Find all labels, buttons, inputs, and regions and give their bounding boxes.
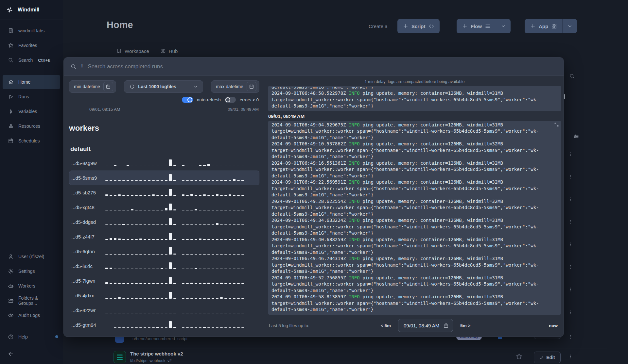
edit-button[interactable]: Edit: [534, 352, 561, 363]
sidebar-item-home[interactable]: Home: [3, 75, 60, 89]
sidebar-item-help[interactable]: Help: [3, 330, 60, 344]
code-icon: [428, 23, 434, 29]
logfiles-label: Last 1000 logfiles: [138, 84, 176, 89]
sidebar-item-label: Variables: [18, 109, 37, 114]
create-app-button[interactable]: App: [525, 19, 577, 33]
log-datetime-picker[interactable]: 09/01, 08:49 AM: [398, 319, 453, 332]
now-button[interactable]: now: [549, 323, 558, 328]
worker-name: ...d5-42zwr: [71, 307, 105, 313]
flow-dropdown-button[interactable]: [496, 19, 511, 33]
item-title[interactable]: The stripe webhook v2: [130, 351, 183, 356]
log-footer: Last 5 log files up to: < 5m 09/01, 08:4…: [268, 315, 561, 337]
search-input[interactable]: [87, 63, 557, 70]
sidebar-item-variables[interactable]: Variables: [3, 104, 60, 119]
log-datetime-value: 09/01, 08:49 AM: [404, 323, 439, 328]
row-menu-button[interactable]: [568, 241, 573, 247]
log-line: default-5sms9-Jmn1G","name":"worker"}: [271, 192, 558, 198]
flow-type-icon: [113, 351, 126, 363]
row-menu-button[interactable]: [568, 334, 573, 340]
search-icon[interactable]: [569, 73, 575, 79]
worker-row[interactable]: ...d5-5sms9: [69, 171, 259, 185]
plus-icon: [530, 23, 536, 29]
logfiles-expand-button[interactable]: [188, 84, 203, 89]
log-footer-label: Last 5 log files up to:: [269, 323, 309, 328]
sidebar-item-schedules[interactable]: Schedules: [3, 134, 60, 148]
sidebar-item-settings[interactable]: Settings: [3, 264, 60, 278]
calendar-button[interactable]: [247, 82, 256, 91]
back-5m-button[interactable]: < 5m: [381, 323, 391, 328]
worker-row[interactable]: ...d5-z44f7: [69, 229, 259, 244]
worker-row[interactable]: ...d5-8sg9w: [69, 156, 259, 171]
log-line: 2024-09-01T06:49:22.569591Z INFO ping up…: [271, 179, 558, 186]
min-datetime-picker[interactable]: min datetime: [69, 80, 116, 93]
log-line: target=windmill_worker::worker span={"ho…: [271, 128, 558, 135]
create-flow-button[interactable]: Flow: [457, 19, 511, 33]
max-datetime-picker[interactable]: max datetime: [211, 80, 259, 93]
worker-activity-sparkline: [105, 305, 256, 316]
windmill-logo-icon: [6, 6, 14, 14]
sidebar-item-label: Folders & Groups...: [18, 295, 55, 306]
sidebar-item-audit-logs[interactable]: Audit Logs: [3, 308, 60, 323]
expand-log-icon[interactable]: [554, 122, 559, 127]
app-name: Windmill: [18, 7, 40, 13]
favorite-star-icon[interactable]: [515, 353, 523, 360]
refresh-icon: [130, 84, 135, 89]
sidebar-item-folders-groups[interactable]: Folders & Groups...: [3, 293, 60, 308]
collapse-sidebar-button[interactable]: [0, 348, 63, 364]
row-menu-button[interactable]: [568, 196, 573, 202]
sidebar-item-search[interactable]: SearchCtrl+k: [3, 53, 60, 67]
worker-activity-sparkline: [105, 246, 256, 257]
row-menu-button[interactable]: [568, 174, 573, 180]
sidebar-item-user-rfiszel[interactable]: User (rfiszel): [3, 249, 60, 264]
row-menu-button[interactable]: [568, 354, 573, 359]
building-icon: [116, 48, 122, 54]
row-menu-button[interactable]: [568, 309, 573, 315]
sidebar-item-workers[interactable]: Workers: [3, 279, 60, 293]
tab-workspace-label: Workspace: [125, 48, 149, 54]
tab-workspace[interactable]: Workspace: [116, 48, 149, 54]
sidebar-item-runs[interactable]: Runs: [3, 90, 60, 104]
worker-row[interactable]: ...d5-l82lc: [69, 259, 259, 273]
worker-name: ...d5-8sg9w: [71, 160, 105, 166]
log-line: 2024-09-01T06:49:46.704319Z INFO ping up…: [271, 256, 558, 262]
worker-row[interactable]: ...d5-7lgwn: [69, 273, 259, 288]
app-logo[interactable]: Windmill: [0, 0, 63, 20]
auto-refresh-toggle[interactable]: [182, 97, 193, 103]
range-start-label: 09/01, 08:15 AM: [89, 107, 120, 112]
log-line: target=windmill_worker::worker span={"ho…: [271, 147, 558, 154]
row-menu-button[interactable]: [568, 287, 573, 292]
row-menu-button[interactable]: [568, 264, 573, 270]
worker-row[interactable]: ...d5-xgt48: [69, 200, 259, 215]
home-tabs: Workspace Hub: [116, 48, 178, 54]
tab-hub[interactable]: Hub: [160, 48, 178, 54]
errors-only-toggle[interactable]: [225, 97, 236, 103]
calendar-icon: [249, 84, 254, 89]
sidebar-item-windmill-labs[interactable]: windmill-labs: [3, 24, 60, 38]
row-menu-button[interactable]: [568, 219, 573, 225]
errors-only-label: errors > 0: [240, 97, 259, 102]
worker-row[interactable]: ...d5-sb275: [69, 185, 259, 200]
layout-grid-icon: [551, 23, 557, 29]
sidebar-item-label: Resources: [18, 124, 40, 129]
log-line: target=windmill_worker::worker span={"ho…: [271, 97, 558, 103]
filter-sliders-icon[interactable]: [573, 133, 579, 140]
app-dropdown-button[interactable]: [562, 19, 577, 33]
worker-activity-sparkline: [105, 276, 256, 286]
log-line: 2024-09-01T06:49:28.622554Z INFO ping up…: [271, 198, 558, 205]
row-menu-button[interactable]: [568, 151, 573, 157]
worker-row[interactable]: ...d5-gtm94: [69, 318, 259, 332]
worker-row[interactable]: ...d5-42zwr: [69, 303, 259, 318]
worker-row[interactable]: ...d5-ddgsd: [69, 215, 259, 229]
create-script-button[interactable]: Script: [397, 19, 440, 33]
worker-row[interactable]: ...d5-4jdxx: [69, 288, 259, 303]
auto-refresh-label: auto-refresh: [197, 97, 221, 102]
calendar-button[interactable]: [103, 82, 113, 91]
sidebar-item-favorites[interactable]: Favorites: [3, 38, 60, 53]
eye-icon: [8, 312, 14, 318]
logfiles-dropdown[interactable]: Last 1000 logfiles: [124, 80, 203, 93]
gear-icon: [8, 268, 14, 274]
sidebar-item-resources[interactable]: Resources: [3, 119, 60, 133]
worker-row[interactable]: ...d5-6qfnn: [69, 244, 259, 259]
worker-name: ...d5-gtm94: [71, 322, 105, 328]
forward-5m-button[interactable]: 5m >: [460, 323, 470, 328]
